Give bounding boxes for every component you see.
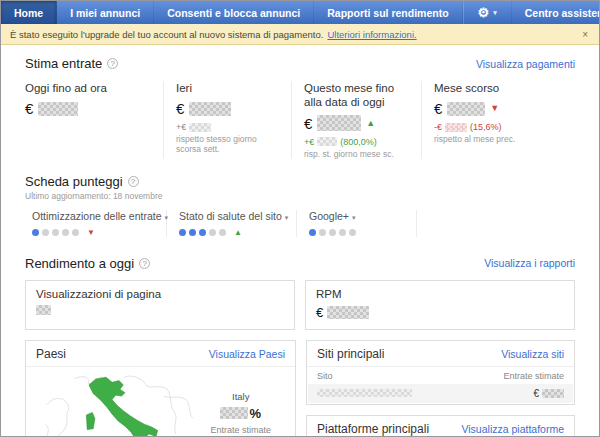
countries-card: Paesi Visualizza Paesi: [25, 340, 296, 437]
notification-more-info-link[interactable]: Ulteriori informazioni.: [327, 29, 416, 40]
settings-menu[interactable]: ⚙ ▾: [463, 1, 512, 24]
scorecard-items: Ottimizzazione delle entrate▾ ▼ Stato di…: [25, 210, 575, 237]
scorecard-site-health: Stato di salute del sito▾ ▲: [167, 210, 297, 237]
top-sites-card: Siti principali Visualizza siti Sito Ent…: [306, 340, 575, 405]
scorecard-google-plus: Google+▾: [297, 210, 417, 237]
scorecard-section: Scheda punteggi ? Ultimo aggiornamento: …: [25, 174, 575, 237]
redacted-value: [542, 389, 564, 398]
redacted-value: [445, 123, 467, 132]
main-content: Stima entrate ? Visualizza pagamenti Ogg…: [1, 45, 599, 437]
section-title: Rendimento a oggi: [25, 256, 134, 271]
table-row: €: [308, 384, 573, 403]
trend-down-icon: ▼: [490, 104, 499, 113]
redacted-value: [189, 123, 211, 132]
metric-label: Entrate stimate: [210, 425, 271, 435]
tab-help-center[interactable]: Centro assistenza: [512, 1, 600, 24]
currency-symbol: €: [316, 305, 323, 320]
redacted-site-name: [317, 389, 412, 397]
section-title: Stima entrate: [25, 56, 102, 71]
country-name: Italy: [210, 391, 271, 402]
chevron-down-icon: ▾: [493, 9, 497, 17]
view-platforms-link[interactable]: Visualizza piattaforme: [461, 423, 564, 435]
trend-up-icon: ▲: [366, 119, 375, 128]
chevron-down-icon: ▾: [352, 214, 356, 221]
view-reports-link[interactable]: Visualizza i rapporti: [484, 257, 575, 269]
help-icon[interactable]: ?: [128, 176, 139, 187]
scorecard-label[interactable]: Google+▾: [309, 210, 404, 222]
tab-home[interactable]: Home: [1, 1, 57, 24]
chevron-down-icon: ▾: [285, 214, 289, 221]
adsense-dashboard: Home I miei annunci Consenti e blocca an…: [0, 0, 600, 437]
view-sites-link[interactable]: Visualizza siti: [501, 348, 564, 360]
tab-allow-block-ads[interactable]: Consenti e blocca annunci: [154, 1, 314, 24]
tab-performance-reports[interactable]: Rapporti sul rendimento: [314, 1, 462, 24]
performance-header: Rendimento a oggi ? Visualizza i rapport…: [25, 256, 575, 271]
help-icon[interactable]: ?: [139, 258, 150, 269]
earnings-col-today: Oggi fino ad ora €: [25, 81, 163, 159]
score-dots: [179, 229, 226, 236]
redacted-value: [447, 102, 485, 116]
help-icon[interactable]: ?: [107, 58, 118, 69]
pageviews-card: Visualizzazioni di pagina: [25, 280, 295, 330]
redacted-value: [220, 407, 248, 419]
redacted-value: [38, 102, 78, 116]
redacted-value: [327, 306, 369, 319]
europe-map: [40, 372, 198, 437]
performance-cards: Visualizzazioni di pagina RPM €: [25, 280, 575, 330]
top-platforms-card: Piattaforme principali Visualizza piatta…: [306, 415, 575, 437]
country-highlight: Italy % Entrate stimate: [210, 391, 271, 435]
earnings-col-last-month: Mese scorso € ▼ -€ (15,6%) rispetto al m…: [421, 81, 567, 159]
redacted-value: [317, 115, 361, 131]
last-updated: Ultimo aggiornamento: 18 novembre: [25, 191, 575, 201]
gear-icon: ⚙: [478, 6, 490, 19]
scorecard-label[interactable]: Ottimizzazione delle entrate▾: [32, 210, 154, 222]
bottom-cards: Paesi Visualizza Paesi: [25, 340, 575, 437]
estimated-earnings-header: Stima entrate ? Visualizza pagamenti: [25, 56, 575, 71]
scorecard-revenue-optimization: Ottimizzazione delle entrate▾ ▼: [25, 210, 167, 237]
redacted-value: [36, 305, 51, 315]
earnings-col-this-month: Questo mese fino alla data di oggi € ▲ +…: [291, 81, 421, 159]
top-nav: Home I miei annunci Consenti e blocca an…: [1, 1, 599, 24]
currency-symbol: €: [434, 100, 442, 117]
currency-symbol: €: [176, 100, 184, 117]
card-title: Siti principali: [317, 347, 384, 361]
section-title: Scheda punteggi: [25, 174, 123, 189]
card-title: Paesi: [36, 347, 66, 361]
redacted-value: [317, 137, 337, 146]
trend-up-icon: ▲: [234, 229, 242, 237]
card-title: Piattaforme principali: [317, 422, 429, 436]
currency-symbol: €: [304, 115, 312, 132]
column-header: Entrate stimate: [503, 371, 564, 381]
earnings-col-yesterday: Ieri € +€ rispetto stesso giorno scorsa …: [163, 81, 291, 159]
currency-symbol: €: [25, 100, 33, 117]
right-column: Siti principali Visualizza siti Sito Ent…: [306, 340, 575, 437]
notification-bar: È stato eseguito l'upgrade del tuo accou…: [1, 24, 599, 45]
scorecard-header: Scheda punteggi ?: [25, 174, 575, 189]
view-countries-link[interactable]: Visualizza Paesi: [209, 348, 285, 360]
country-map: Italy % Entrate stimate: [26, 367, 295, 437]
rpm-card: RPM €: [305, 280, 575, 330]
trend-down-icon: ▼: [87, 229, 95, 237]
close-icon[interactable]: ×: [580, 29, 590, 40]
score-dots: [309, 229, 356, 236]
redacted-value: [189, 102, 231, 116]
column-header: Sito: [317, 371, 333, 381]
notification-text: È stato eseguito l'upgrade del tuo accou…: [10, 29, 323, 40]
currency-symbol: €: [533, 388, 539, 399]
tab-my-ads[interactable]: I miei annunci: [57, 1, 154, 24]
performance-section: Rendimento a oggi ? Visualizza i rapport…: [25, 256, 575, 330]
earnings-columns: Oggi fino ad ora € Ieri € +€ rispetto st…: [25, 81, 575, 159]
score-dots: [32, 229, 79, 236]
view-payments-link[interactable]: Visualizza pagamenti: [476, 58, 575, 70]
scorecard-label[interactable]: Stato di salute del sito▾: [179, 210, 284, 222]
